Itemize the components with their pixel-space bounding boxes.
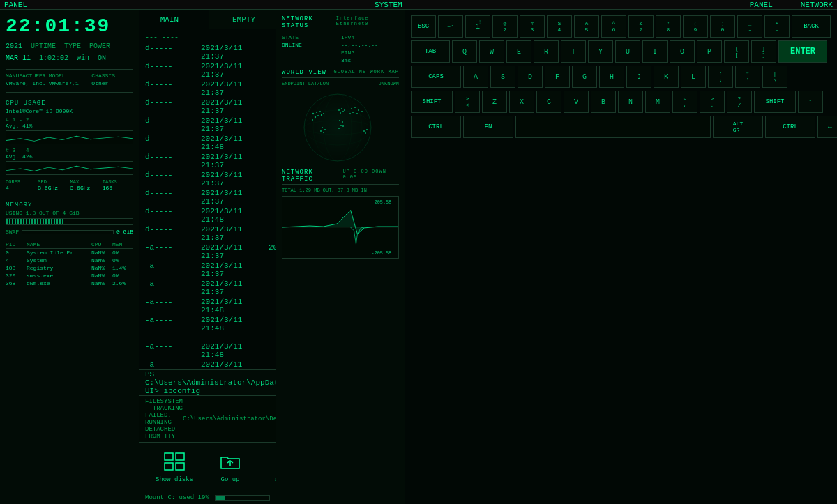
- key-semicolon[interactable]: :;: [708, 66, 733, 88]
- key-1[interactable]: !1: [465, 15, 490, 38]
- key-o[interactable]: O: [670, 40, 695, 63]
- name-header: NAME: [27, 241, 91, 247]
- file-row[interactable]: d----- 2021/3/11 21:48 Session Storage: [140, 206, 276, 224]
- key-7[interactable]: &7: [628, 15, 654, 38]
- svg-point-35: [339, 120, 340, 121]
- key-v[interactable]: V: [564, 91, 589, 113]
- key-up[interactable]: ↑: [798, 91, 823, 113]
- file-row[interactable]: -a---- 2021/3/11 21:48 0 lockfile: [140, 297, 276, 315]
- key-8[interactable]: *8: [656, 15, 681, 38]
- key-equals[interactable]: +=: [764, 15, 790, 38]
- key-z[interactable]: Z: [482, 91, 507, 113]
- folder-up-icon: [218, 451, 243, 472]
- key-k[interactable]: K: [654, 66, 679, 88]
- file-icon-item[interactable]: Go up: [209, 451, 251, 483]
- key-enter[interactable]: ENTER: [778, 40, 827, 63]
- file-list[interactable]: --- ---- d----- 2021/3/11 21:37 Cache d-…: [140, 29, 276, 369]
- key-y[interactable]: Y: [588, 40, 613, 63]
- key-2[interactable]: @2: [492, 15, 518, 38]
- svg-text:-205.58: -205.58: [372, 250, 392, 256]
- key-lshift[interactable]: SHIFT: [411, 91, 453, 113]
- key-fn[interactable]: FN: [463, 116, 513, 138]
- file-row[interactable]: d----- 2021/3/11 21:37 fonts: [140, 98, 276, 116]
- key-quote[interactable]: "': [735, 66, 760, 88]
- network-info-grid: STATE IPv4 ONLINE --,--.--.-- PING 3ms: [282, 34, 399, 63]
- file-row[interactable]: d----- 2021/3/11 21:37 Code Cache: [140, 61, 276, 79]
- key-lctrl[interactable]: CTRL: [411, 116, 461, 138]
- tab-empty-1[interactable]: EMPTY: [209, 10, 279, 29]
- key-rctrl[interactable]: CTRL: [765, 116, 815, 138]
- file-row[interactable]: d----- 2021/3/11 21:37 keyboards: [140, 170, 276, 188]
- key-angle[interactable]: ><: [455, 91, 480, 113]
- file-row[interactable]: d----- 2021/3/11 21:48 geoIPcache-tmp: [140, 134, 276, 152]
- key-e[interactable]: E: [506, 40, 531, 63]
- file-icon-item[interactable]: Show disks: [153, 451, 195, 483]
- chassis-val: Other: [91, 80, 133, 86]
- cpu-graph-2: [6, 161, 133, 175]
- key-rbracket[interactable]: }]: [751, 40, 776, 63]
- file-row[interactable]: -a---- 2021/3/11 21:37 20480 Cookies: [140, 243, 276, 261]
- key-r[interactable]: R: [534, 40, 559, 63]
- key-5[interactable]: %5: [574, 15, 599, 38]
- key-h[interactable]: H: [599, 66, 624, 88]
- key-altgr[interactable]: ALTGR: [713, 116, 763, 138]
- key-caps[interactable]: CAPS: [411, 66, 461, 88]
- key-3[interactable]: #3: [520, 15, 545, 38]
- file-row[interactable]: -a---- 2021/3/11 21:37 29 lastWindowStat…: [140, 279, 276, 297]
- key-lbracket[interactable]: {[: [724, 40, 749, 63]
- core1-label: # 1 - 2: [6, 116, 133, 123]
- key-tilde[interactable]: ~`: [438, 15, 463, 38]
- key-s[interactable]: S: [490, 66, 515, 88]
- file-row[interactable]: d----- 2021/3/11 21:37 GPUCache: [140, 152, 276, 170]
- key-d[interactable]: D: [518, 66, 543, 88]
- key-q[interactable]: Q: [452, 40, 477, 63]
- key-comma[interactable]: <,: [672, 91, 698, 113]
- key-period[interactable]: >.: [700, 91, 725, 113]
- key-f[interactable]: F: [545, 66, 570, 88]
- key-tab[interactable]: TAB: [411, 40, 450, 63]
- key-0[interactable]: )0: [710, 15, 735, 38]
- key-n[interactable]: N: [618, 91, 643, 113]
- key-9[interactable]: (9: [683, 15, 708, 38]
- swap-bar: [22, 230, 114, 234]
- key-g[interactable]: G: [572, 66, 597, 88]
- svg-point-31: [356, 113, 358, 114]
- file-row[interactable]: d----- 2021/3/11 21:37 Cache: [140, 43, 276, 61]
- svg-point-46: [365, 132, 366, 134]
- key-a[interactable]: A: [463, 66, 488, 88]
- key-c[interactable]: C: [536, 91, 561, 113]
- key-t[interactable]: T: [561, 40, 586, 63]
- grid-icon: [162, 451, 187, 472]
- key-6[interactable]: ^6: [601, 15, 626, 38]
- file-row[interactable]: d----- 2021/3/11 21:37 Dictionaries: [140, 79, 276, 98]
- key-minus[interactable]: _-: [737, 15, 762, 38]
- key-x[interactable]: X: [509, 91, 534, 113]
- key-space[interactable]: [515, 116, 711, 138]
- key-p[interactable]: P: [697, 40, 722, 63]
- key-m[interactable]: M: [645, 91, 670, 113]
- key-4[interactable]: $4: [547, 15, 572, 38]
- key-l[interactable]: L: [681, 66, 706, 88]
- key-backslash[interactable]: |\: [762, 66, 787, 88]
- globe-svg: [282, 89, 393, 166]
- network-label: NETWORK: [801, 1, 833, 9]
- key-left[interactable]: ←: [817, 116, 837, 138]
- file-row[interactable]: -a---- 2021/3/11 21:48 460 Network Persi…: [140, 315, 276, 342]
- key-i[interactable]: I: [642, 40, 668, 63]
- key-backspace[interactable]: BACK: [792, 15, 831, 38]
- key-j[interactable]: J: [626, 66, 651, 88]
- key-b[interactable]: B: [591, 91, 616, 113]
- tab-main[interactable]: MAIN -: [140, 10, 209, 29]
- key-slash[interactable]: ?/: [727, 91, 752, 113]
- file-row[interactable]: d----- 2021/3/11 21:37 Local Storage: [140, 188, 276, 206]
- file-row[interactable]: -a---- 2021/3/11 21:48 86 Preferences: [140, 342, 276, 360]
- key-w[interactable]: W: [479, 40, 504, 63]
- manufacturer-label: MANUFACTURER: [6, 72, 47, 79]
- key-esc[interactable]: ESC: [411, 15, 436, 38]
- file-row[interactable]: -a---- 2021/3/11 21:37 601 settings.json: [140, 360, 276, 369]
- key-rshift[interactable]: SHIFT: [754, 91, 796, 113]
- key-u[interactable]: U: [615, 40, 640, 63]
- file-row[interactable]: -a---- 2021/3/11 21:37 0 Cookies-journal: [140, 261, 276, 279]
- file-row[interactable]: d----- 2021/3/11 21:37 themes: [140, 224, 276, 243]
- file-row[interactable]: d----- 2021/3/11 21:37 geoIPcache: [140, 116, 276, 134]
